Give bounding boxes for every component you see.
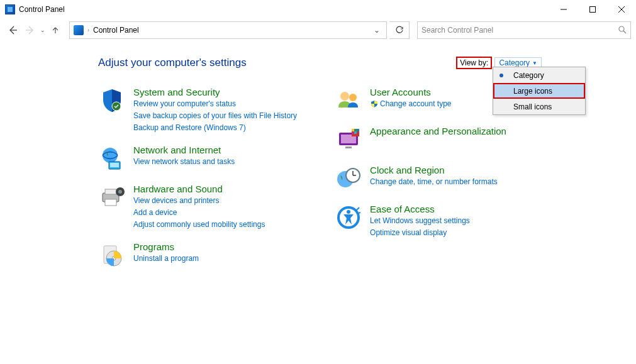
- monitor-colors-icon: [335, 126, 362, 153]
- breadcrumb-separator-icon[interactable]: ›: [87, 27, 89, 33]
- category-hardware-sound: Hardware and Sound View devices and prin…: [98, 184, 297, 230]
- svg-rect-27: [352, 129, 354, 131]
- category-column-right: User Accounts Change account type Appear…: [335, 87, 506, 269]
- svg-rect-15: [105, 199, 116, 206]
- svg-point-38: [347, 210, 350, 214]
- category-title[interactable]: User Accounts: [370, 87, 451, 97]
- category-ease-of-access: Ease of Access Let Windows suggest setti…: [335, 204, 506, 238]
- globe-icon: [98, 145, 126, 172]
- svg-point-6: [619, 26, 624, 31]
- category-title[interactable]: Ease of Access: [370, 204, 470, 214]
- category-clock-region: Clock and Region Change date, time, or n…: [335, 165, 506, 192]
- category-title[interactable]: Appearance and Personalization: [370, 126, 506, 136]
- navbar: ⌄ › Control Panel ⌄ Search Control Panel: [0, 19, 636, 41]
- category-user-accounts: User Accounts Change account type: [335, 87, 506, 114]
- svg-rect-14: [105, 189, 116, 194]
- viewby-option-large-icons[interactable]: Large icons: [493, 83, 585, 99]
- category-title[interactable]: Hardware and Sound: [133, 184, 265, 194]
- viewby-label: View by:: [456, 57, 492, 69]
- forward-button[interactable]: [23, 23, 38, 38]
- category-link[interactable]: Optimize visual display: [370, 227, 470, 238]
- app-icon: [5, 4, 15, 14]
- category-link[interactable]: Review your computer's status: [133, 98, 297, 109]
- svg-point-22: [349, 94, 357, 101]
- svg-point-9: [103, 148, 118, 163]
- content-area: Adjust your computer's settings View by:…: [0, 41, 636, 269]
- maximize-button[interactable]: [578, 0, 607, 19]
- viewby-menu: Category Large icons Small icons: [493, 67, 586, 115]
- breadcrumb-item[interactable]: Control Panel: [93, 26, 139, 35]
- search-placeholder: Search Control Panel: [421, 26, 618, 35]
- printer-icon: [98, 184, 126, 211]
- users-icon: [335, 87, 362, 114]
- uac-shield-icon: [370, 99, 379, 108]
- category-link[interactable]: Uninstall a program: [133, 253, 199, 264]
- svg-line-7: [623, 31, 626, 33]
- titlebar: Control Panel: [0, 0, 636, 19]
- viewby-value: Category: [499, 58, 530, 67]
- selected-indicator-icon: [499, 74, 503, 77]
- minimize-button[interactable]: [549, 0, 578, 19]
- svg-rect-28: [354, 129, 357, 131]
- viewby-option-small-icons[interactable]: Small icons: [493, 99, 585, 114]
- control-panel-icon: [74, 25, 84, 35]
- category-link[interactable]: View network status and tasks: [133, 156, 235, 167]
- svg-rect-29: [357, 129, 359, 131]
- close-button[interactable]: [607, 0, 636, 19]
- refresh-button[interactable]: [389, 21, 410, 39]
- category-link[interactable]: Adjust commonly used mobility settings: [133, 219, 265, 230]
- category-link[interactable]: Save backup copies of your files with Fi…: [133, 110, 297, 121]
- viewby-option-category[interactable]: Category: [493, 67, 585, 83]
- svg-point-21: [340, 92, 349, 101]
- ease-of-access-icon: [335, 204, 362, 231]
- category-column-left: System and Security Review your computer…: [98, 87, 297, 269]
- recent-locations-icon[interactable]: ⌄: [40, 27, 45, 33]
- address-dropdown-icon[interactable]: ⌄: [369, 26, 385, 35]
- up-button[interactable]: [48, 23, 63, 38]
- category-link[interactable]: View devices and printers: [133, 195, 265, 206]
- category-title[interactable]: Programs: [133, 241, 199, 252]
- address-bar[interactable]: › Control Panel ⌄: [69, 21, 387, 39]
- back-button[interactable]: [5, 23, 20, 38]
- window-title: Control Panel: [19, 5, 65, 14]
- category-link[interactable]: Change account type: [370, 98, 451, 109]
- clock-globe-icon: [335, 165, 362, 192]
- category-link[interactable]: Change date, time, or number formats: [370, 176, 498, 187]
- shield-icon: [98, 87, 126, 114]
- chevron-down-icon: ▼: [532, 60, 537, 66]
- category-programs: Programs Uninstall a program: [98, 241, 297, 269]
- disc-box-icon: [98, 241, 126, 269]
- category-title[interactable]: System and Security: [133, 87, 297, 97]
- category-title[interactable]: Network and Internet: [133, 145, 235, 155]
- category-system-security: System and Security Review your computer…: [98, 87, 297, 133]
- svg-rect-25: [345, 146, 352, 148]
- search-input[interactable]: Search Control Panel: [417, 21, 631, 39]
- svg-rect-31: [354, 131, 357, 134]
- category-network-internet: Network and Internet View network status…: [98, 145, 297, 172]
- svg-point-17: [118, 190, 122, 194]
- category-link[interactable]: Backup and Restore (Windows 7): [133, 122, 297, 133]
- search-icon: [618, 25, 627, 36]
- category-link[interactable]: Let Windows suggest settings: [370, 215, 470, 226]
- svg-rect-30: [352, 131, 354, 134]
- category-link[interactable]: Add a device: [133, 207, 265, 218]
- category-appearance-personalization: Appearance and Personalization: [335, 126, 506, 153]
- category-title[interactable]: Clock and Region: [370, 165, 498, 175]
- svg-rect-12: [110, 163, 119, 167]
- svg-rect-1: [590, 7, 596, 13]
